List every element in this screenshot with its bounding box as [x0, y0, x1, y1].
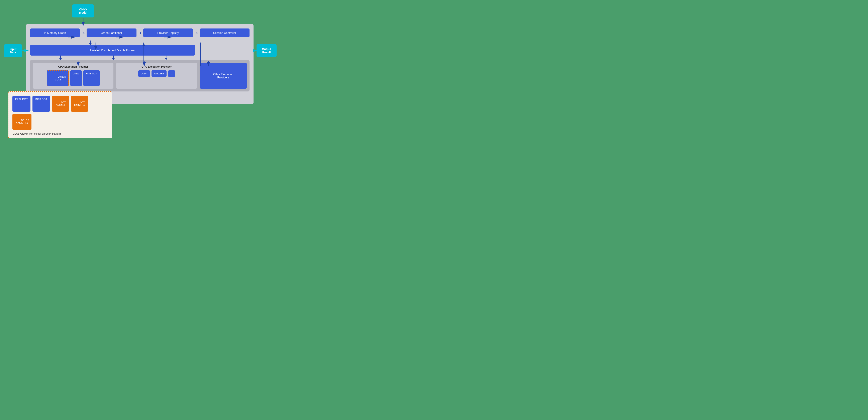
dnnl-box: DNNL: [70, 70, 82, 86]
mlas-gemm-label: MLAS GEMM kernels for aarch64 platform: [12, 132, 108, 135]
svg-marker-21: [165, 58, 167, 60]
arrow-2: ➔: [136, 30, 143, 35]
tensorrt-box: TensorRT: [152, 70, 167, 77]
xnnpack-box: XNNPACK: [83, 70, 100, 86]
down-arrow-svg-4: [164, 56, 168, 60]
output-result-box: Output Result: [256, 44, 277, 57]
graph-runner-box: Parallel, Distributed Graph Runner: [30, 45, 195, 56]
provider-registry-box: Provider Registry: [143, 28, 193, 37]
arrow-1: ➔: [80, 30, 87, 35]
session-controller-box: Session Controller: [200, 28, 250, 37]
onnx-model-box: ONNX Model: [72, 4, 94, 18]
down-arrows-row: [30, 56, 250, 60]
mlas-gemm-container: FP32 DOT INT8 DOT INT8 SMMLA INT8 UMMLLA…: [8, 91, 112, 138]
cpu-kernels: Default/ MLAS DNNL XNNPACK: [35, 70, 111, 86]
onnx-model-label: ONNX Model: [79, 8, 87, 14]
svg-marker-19: [112, 58, 115, 60]
int8-ummla-box: INT8 UMMLLA: [71, 96, 88, 112]
top-row: In-Memory Graph ➔ Graph Partitioner ➔ Pr…: [30, 28, 250, 37]
mlas-kernels-row: FP32 DOT INT8 DOT INT8 SMMLA INT8 UMMLLA…: [12, 96, 108, 130]
diagram-layout: ONNX Model Input Data Output Result In-M…: [4, 4, 277, 140]
svg-marker-17: [59, 58, 62, 60]
gpu-kernels: CUDA TensorRT ...: [119, 70, 194, 77]
svg-marker-15: [89, 43, 92, 45]
arrow-3: ➔: [193, 30, 200, 35]
int8-dot-box: INT8 DOT: [32, 96, 50, 112]
gpu-provider-title: GPU Execution Provider: [119, 65, 194, 68]
ellipsis-box: ...: [168, 70, 175, 77]
int8-smmla-box: INT8 SMMLA: [52, 96, 69, 112]
input-data-box: Input Data: [4, 44, 22, 57]
graph-runner-row: Parallel, Distributed Graph Runner: [30, 45, 250, 56]
fp32-dot-box: FP32 DOT: [12, 96, 30, 112]
input-data-label: Input Data: [10, 48, 17, 54]
down-arrow-svg-2: [59, 56, 63, 60]
exec-providers-container: CPU Execution Provider Default/ MLAS DNN…: [30, 60, 250, 91]
cpu-provider-title: CPU Execution Provider: [35, 65, 111, 68]
cpu-provider: CPU Execution Provider Default/ MLAS DNN…: [33, 63, 114, 89]
down-arrow-svg-1: [88, 40, 92, 45]
down-arrow-svg-3: [112, 56, 116, 60]
graph-partitioner-box: Graph Partitioner: [87, 28, 136, 37]
other-provider: Other Execution Providers: [200, 63, 247, 89]
cuda-box: CUDA: [138, 70, 150, 77]
default-mlas-box: Default/ MLAS: [47, 70, 69, 86]
gpu-provider: GPU Execution Provider CUDA TensorRT ...: [116, 63, 197, 89]
bf16-bfmmla-box: BF16 / BFMMLLA: [12, 114, 31, 130]
in-memory-graph-box: In-Memory Graph: [30, 28, 80, 37]
other-provider-label: Other Execution Providers: [213, 73, 233, 79]
output-result-label: Output Result: [262, 48, 271, 54]
down-arrow-1: [30, 40, 250, 45]
